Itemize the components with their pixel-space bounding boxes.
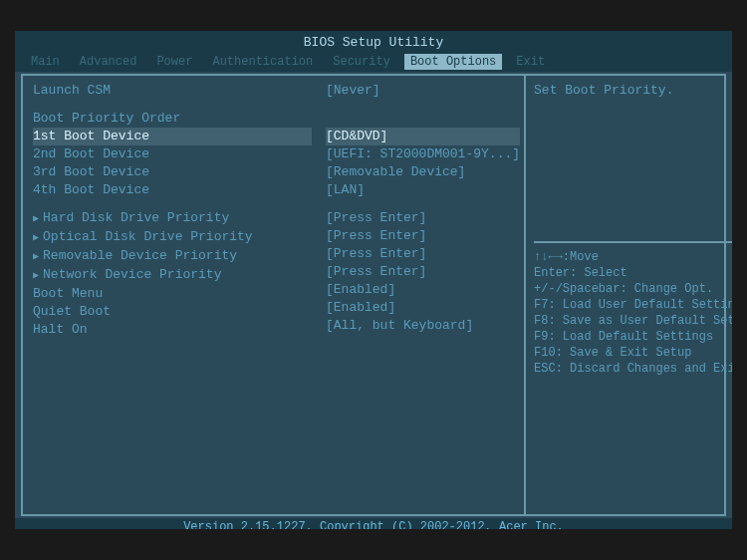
tab-main[interactable]: Main xyxy=(25,54,66,70)
left-pane: Launch CSM Boot Priority Order 1st Boot … xyxy=(23,76,322,514)
help-f8: F8: Save as User Default Settings xyxy=(534,313,732,329)
tab-security[interactable]: Security xyxy=(327,54,396,70)
tab-exit[interactable]: Exit xyxy=(510,54,551,70)
item-halt-on[interactable]: Halt On xyxy=(33,321,312,339)
help-select: Enter: Select xyxy=(534,265,732,281)
value-launch-csm[interactable]: [Never] xyxy=(326,82,520,100)
bios-screen: BIOS Setup Utility Main Advanced Power A… xyxy=(15,31,732,529)
tab-row: Main Advanced Power Authentication Secur… xyxy=(15,52,732,72)
help-f9: F9: Load Default Settings xyxy=(534,329,732,345)
bios-title: BIOS Setup Utility xyxy=(304,35,443,50)
context-help-text: Set Boot Priority. xyxy=(534,82,732,100)
title-bar: BIOS Setup Utility xyxy=(15,31,732,52)
help-esc: ESC: Discard Changes and Exit Setup xyxy=(534,361,732,377)
value-halt-on[interactable]: [All, but Keyboard] xyxy=(326,317,520,335)
item-hdd-priority[interactable]: Hard Disk Drive Priority xyxy=(33,209,312,228)
item-odd-priority[interactable]: Optical Disk Drive Priority xyxy=(33,228,312,247)
value-network-priority[interactable]: [Press Enter] xyxy=(326,263,520,281)
help-f7: F7: Load User Default Settings xyxy=(534,297,732,313)
value-1st-boot[interactable]: [CD&DVD] xyxy=(326,128,520,145)
context-help: Set Boot Priority. xyxy=(534,82,732,241)
item-3rd-boot-device[interactable]: 3rd Boot Device xyxy=(33,163,312,181)
item-quiet-boot[interactable]: Quiet Boot xyxy=(33,303,312,321)
value-2nd-boot[interactable]: [UEFI: ST2000DM001-9Y...] xyxy=(326,145,520,163)
footer-text: Version 2.15.1227. Copyright (C) 2002-20… xyxy=(183,520,564,529)
value-hdd-priority[interactable]: [Press Enter] xyxy=(326,209,520,227)
item-network-priority[interactable]: Network Device Priority xyxy=(33,266,312,285)
tab-boot-options[interactable]: Boot Options xyxy=(404,54,502,70)
value-quiet-boot[interactable]: [Enabled] xyxy=(326,299,520,317)
help-pane: Set Boot Priority. ↑↓←→:Move Enter: Sele… xyxy=(524,76,732,514)
help-change: +/-/Spacebar: Change Opt. xyxy=(534,281,732,297)
value-3rd-boot[interactable]: [Removable Device] xyxy=(326,163,520,181)
tab-advanced[interactable]: Advanced xyxy=(74,54,143,70)
value-odd-priority[interactable]: [Press Enter] xyxy=(326,227,520,245)
value-removable-priority[interactable]: [Press Enter] xyxy=(326,245,520,263)
item-4th-boot-device[interactable]: 4th Boot Device xyxy=(33,181,312,199)
help-f10: F10: Save & Exit Setup xyxy=(534,345,732,361)
tab-power[interactable]: Power xyxy=(150,54,198,70)
item-boot-menu[interactable]: Boot Menu xyxy=(33,285,312,303)
help-move: ↑↓←→:Move xyxy=(534,249,732,265)
item-2nd-boot-device[interactable]: 2nd Boot Device xyxy=(33,145,312,163)
tab-authentication[interactable]: Authentication xyxy=(206,54,319,70)
header-boot-priority: Boot Priority Order xyxy=(33,110,312,128)
key-help: ↑↓←→:Move Enter: Select +/-/Spacebar: Ch… xyxy=(534,241,732,508)
item-removable-priority[interactable]: Removable Device Priority xyxy=(33,247,312,266)
footer: Version 2.15.1227. Copyright (C) 2002-20… xyxy=(15,518,732,529)
value-4th-boot[interactable]: [LAN] xyxy=(326,181,520,199)
content-frame: Launch CSM Boot Priority Order 1st Boot … xyxy=(21,74,726,516)
values-pane: [Never] [CD&DVD] [UEFI: ST2000DM001-9Y..… xyxy=(322,76,524,514)
item-launch-csm[interactable]: Launch CSM xyxy=(33,82,312,100)
value-boot-menu[interactable]: [Enabled] xyxy=(326,281,520,299)
item-1st-boot-device[interactable]: 1st Boot Device xyxy=(33,128,312,145)
